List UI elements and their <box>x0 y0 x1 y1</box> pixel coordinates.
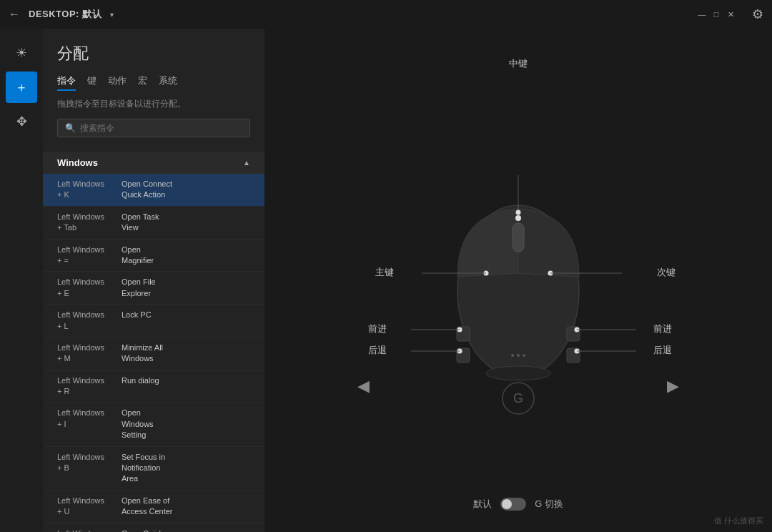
sidebar-icon-brightness[interactable]: ☀ <box>6 37 37 69</box>
command-shortcut: Left Windows + M <box>57 343 122 365</box>
command-label: Open Magnifier <box>122 245 250 267</box>
commands-list: Windows ▲ Left Windows + KOpen Connect Q… <box>43 152 264 532</box>
tab-macro[interactable]: 宏 <box>138 74 147 91</box>
svg-point-13 <box>523 354 525 357</box>
svg-point-3 <box>515 215 521 221</box>
commands-header: 分配 指令 键 动作 宏 系统 拖拽指令至目标设备以进行分配。 🔍 <box>43 29 264 152</box>
command-label: Open Ease of Access Center <box>122 496 250 518</box>
chevron-up-icon: ▲ <box>243 159 250 167</box>
command-label: Lock PC <box>122 310 250 320</box>
command-shortcut: Left Windows + U <box>57 496 122 518</box>
search-input[interactable] <box>80 123 242 133</box>
command-label: Set Focus in Notification Area <box>122 452 250 485</box>
main-layout: ☀ ＋ ✥ 分配 指令 键 动作 宏 系统 拖拽指令至目标设备以进行分配。 🔍 … <box>0 29 772 532</box>
commands-panel: 分配 指令 键 动作 宏 系统 拖拽指令至目标设备以进行分配。 🔍 Window… <box>43 29 264 532</box>
command-row[interactable]: Left Windows + IOpen Windows Setting <box>43 403 264 446</box>
label-main-key: 主键 <box>375 266 394 279</box>
nav-left-button[interactable]: ◀ <box>357 377 370 395</box>
command-label: Run dialog <box>122 375 250 386</box>
title-bar-left: ← DESKTOP: 默认 ▾ <box>9 8 114 21</box>
icon-sidebar: ☀ ＋ ✥ <box>0 29 43 532</box>
svg-point-8 <box>486 366 550 380</box>
maximize-button[interactable]: □ <box>712 10 721 19</box>
label-left-back: 后退 <box>368 344 387 357</box>
category-label: Windows <box>57 157 98 168</box>
command-row[interactable]: Left Windows + KOpen Connect Quick Actio… <box>43 174 264 207</box>
search-icon: 🔍 <box>65 123 76 133</box>
toggle-label-g: G 切换 <box>535 498 563 511</box>
command-shortcut: Left Windows + K <box>57 179 122 201</box>
command-rows-container: Left Windows + KOpen Connect Quick Actio… <box>43 174 264 532</box>
back-button[interactable]: ← <box>9 8 20 21</box>
minimize-button[interactable]: — <box>698 10 706 19</box>
command-row[interactable]: Left Windows + LLock PC <box>43 305 264 338</box>
watermark: 值 什么值得买 <box>714 516 763 526</box>
tab-command[interactable]: 指令 <box>57 74 76 91</box>
svg-text:G: G <box>513 391 523 405</box>
command-shortcut: Left Windows + = <box>57 245 122 267</box>
page-title: DESKTOP: 默认 <box>29 8 102 21</box>
label-middle-button: 中键 <box>509 57 528 70</box>
svg-point-15 <box>516 210 521 215</box>
dropdown-arrow-icon[interactable]: ▾ <box>110 11 114 19</box>
command-label: Open Quick Links <box>122 528 250 532</box>
command-row[interactable]: Left Windows + =Open Magnifier <box>43 240 264 272</box>
command-shortcut: Left Windows + R <box>57 375 122 398</box>
command-row[interactable]: Left Windows + RRun dialog <box>43 370 264 403</box>
label-left-forward: 前进 <box>368 322 387 335</box>
commands-description: 拖拽指令至目标设备以进行分配。 <box>57 98 250 110</box>
toggle-label-default: 默认 <box>473 498 492 511</box>
command-shortcut: Left Windows + Tab <box>57 212 122 234</box>
command-row[interactable]: Left Windows + TabOpen Task View <box>43 207 264 240</box>
settings-button[interactable]: ⚙ <box>752 6 763 22</box>
commands-title: 分配 <box>57 43 250 64</box>
command-shortcut: Left Windows + E <box>57 277 122 299</box>
mouse-diagram: G <box>354 134 683 441</box>
tab-system[interactable]: 系统 <box>159 74 177 91</box>
svg-point-11 <box>511 354 514 357</box>
title-bar: ← DESKTOP: 默认 ▾ — □ ✕ ⚙ <box>0 0 772 29</box>
svg-point-12 <box>517 354 520 357</box>
label-right-back: 后退 <box>653 344 672 357</box>
command-label: Open Connect Quick Action <box>122 179 250 201</box>
mouse-area: 中键 <box>264 29 772 532</box>
svg-rect-2 <box>513 223 524 252</box>
command-row[interactable]: Left Windows + XOpen Quick Links <box>43 523 264 532</box>
close-button[interactable]: ✕ <box>726 10 735 19</box>
command-shortcut: Left Windows + I <box>57 408 122 430</box>
command-label: Open File Explorer <box>122 277 250 299</box>
command-shortcut: Left Windows + L <box>57 310 122 332</box>
category-windows[interactable]: Windows ▲ <box>43 152 264 174</box>
bottom-toggle-bar: 默认 G 切换 <box>473 498 563 511</box>
toggle-knob <box>502 499 512 509</box>
command-label: Open Task View <box>122 212 250 234</box>
sidebar-icon-add[interactable]: ＋ <box>6 72 37 103</box>
nav-right-button[interactable]: ▶ <box>667 377 679 395</box>
sidebar-icon-move[interactable]: ✥ <box>6 106 37 137</box>
command-label: Minimize All Windows <box>122 343 250 365</box>
command-shortcut: Left Windows + B <box>57 452 122 474</box>
commands-tabs: 指令 键 动作 宏 系统 <box>57 74 250 91</box>
search-box: 🔍 <box>57 119 250 137</box>
tab-action[interactable]: 动作 <box>108 74 127 91</box>
window-controls: — □ ✕ ⚙ <box>698 6 763 22</box>
command-row[interactable]: Left Windows + EOpen File Explorer <box>43 272 264 305</box>
command-shortcut: Left Windows + X <box>57 528 122 532</box>
toggle-switch[interactable] <box>500 498 526 511</box>
command-label: Open Windows Setting <box>122 408 250 440</box>
label-secondary-key: 次键 <box>657 266 676 279</box>
label-right-forward: 前进 <box>653 322 672 335</box>
command-row[interactable]: Left Windows + BSet Focus in Notificatio… <box>43 447 264 491</box>
command-row[interactable]: Left Windows + MMinimize All Windows <box>43 338 264 370</box>
mouse-svg: G <box>354 134 683 441</box>
tab-key[interactable]: 键 <box>87 74 96 91</box>
command-row[interactable]: Left Windows + UOpen Ease of Access Cent… <box>43 491 264 523</box>
